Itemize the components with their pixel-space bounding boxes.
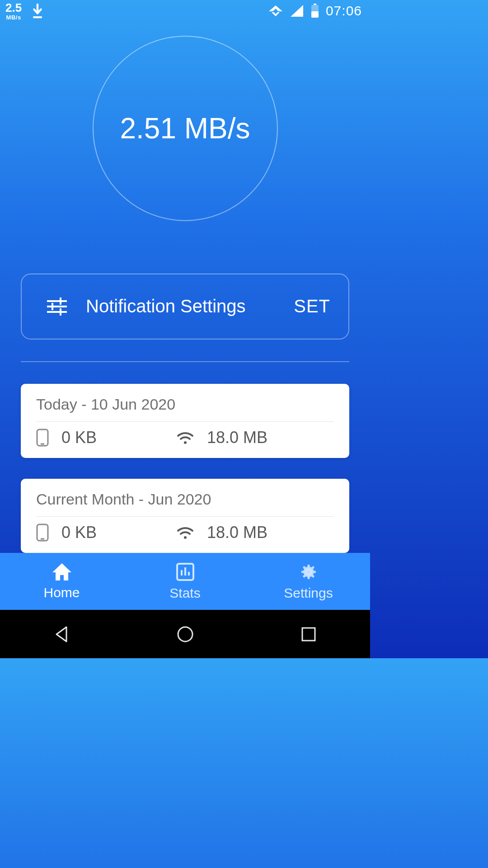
svg-rect-21 <box>302 628 315 641</box>
nav-home-button[interactable] <box>174 623 196 645</box>
usage-row: 0 KB 18.0 MB <box>36 428 334 447</box>
tab-label: Home <box>43 585 80 600</box>
tab-stats[interactable]: Stats <box>123 553 247 610</box>
section-divider <box>21 361 349 362</box>
mobile-usage: 0 KB <box>36 523 176 542</box>
usage-card-title: Today - 10 Jun 2020 <box>36 396 334 413</box>
wifi-icon <box>176 430 194 445</box>
battery-icon <box>310 4 319 18</box>
notification-set-button[interactable]: SET <box>294 296 330 316</box>
android-nav-bar <box>0 610 370 658</box>
gear-icon <box>299 562 319 582</box>
notification-settings-label: Notification Settings <box>86 296 246 316</box>
download-icon <box>32 3 43 19</box>
wifi-usage-value: 18.0 MB <box>207 523 267 542</box>
usage-card-month[interactable]: Current Month - Jun 2020 0 KB <box>21 479 349 553</box>
mobile-usage-value: 0 KB <box>61 428 97 447</box>
usage-row: 0 KB 18.0 MB <box>36 523 334 542</box>
cell-signal-icon <box>290 4 304 18</box>
status-speed-value: 2.5 <box>5 2 22 14</box>
tab-label: Stats <box>169 585 200 601</box>
tab-home[interactable]: Home <box>0 553 123 610</box>
phone-icon <box>36 429 49 447</box>
svg-point-15 <box>184 536 187 539</box>
wifi-usage-value: 18.0 MB <box>207 428 267 447</box>
svg-rect-3 <box>311 11 319 18</box>
wifi-usage: 18.0 MB <box>176 428 267 447</box>
wifi-usage: 18.0 MB <box>176 523 267 542</box>
svg-point-20 <box>178 627 192 642</box>
android-status-bar: 2.5 MB/s 07:06 <box>0 0 370 22</box>
bottom-tab-bar: Home Stats Settings <box>0 553 370 610</box>
phone-icon <box>36 524 49 542</box>
stats-icon <box>175 562 195 582</box>
wifi-icon <box>176 525 194 540</box>
current-speed-circle: 2.51 MB/s <box>93 36 278 221</box>
status-bar-left: 2.5 MB/s <box>5 2 43 20</box>
main-content: 2.51 MB/s Notification Settings SET Toda… <box>0 22 370 553</box>
usage-card-title: Current Month - Jun 2020 <box>36 491 334 508</box>
current-speed-text: 2.51 MB/s <box>120 112 250 145</box>
svg-rect-1 <box>314 4 316 5</box>
status-speed-indicator: 2.5 MB/s <box>5 2 22 20</box>
svg-rect-0 <box>33 16 42 18</box>
mobile-usage-value: 0 KB <box>61 523 97 542</box>
tab-settings[interactable]: Settings <box>247 553 370 610</box>
nav-recent-button[interactable] <box>298 623 319 645</box>
usage-card-today[interactable]: Today - 10 Jun 2020 0 KB <box>21 384 349 458</box>
svg-point-12 <box>184 441 187 444</box>
card-divider <box>36 421 334 422</box>
notification-settings-card[interactable]: Notification Settings SET <box>21 274 349 340</box>
status-clock: 07:06 <box>326 3 362 19</box>
sliders-icon <box>47 297 67 316</box>
home-icon <box>52 562 72 581</box>
tab-label: Settings <box>284 585 333 601</box>
mobile-usage: 0 KB <box>36 428 176 447</box>
nav-back-button[interactable] <box>51 623 73 645</box>
wifi-activity-icon <box>268 4 283 18</box>
card-divider <box>36 516 334 517</box>
status-bar-right: 07:06 <box>268 3 362 19</box>
status-speed-unit: MB/s <box>6 14 21 20</box>
